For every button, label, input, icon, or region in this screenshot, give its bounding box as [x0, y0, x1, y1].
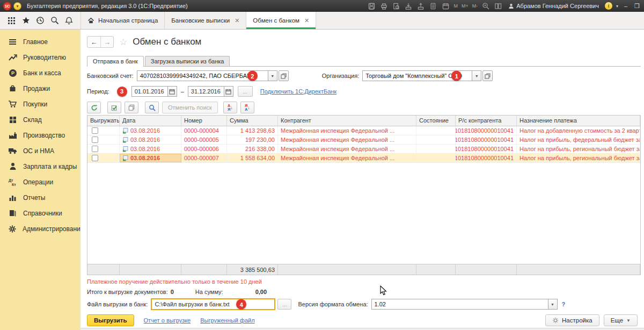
close-tab-icon[interactable]: ✕	[304, 17, 309, 24]
more-button[interactable]: Еще ▼	[604, 314, 638, 326]
print-icon[interactable]	[379, 2, 388, 10]
export-file-icon[interactable]	[416, 2, 425, 10]
memory-m-button[interactable]: M	[453, 3, 458, 9]
tab-load-statement[interactable]: Загрузка выписки из банка	[145, 56, 230, 66]
chevron-down-icon[interactable]: ▼	[268, 70, 277, 81]
uploaded-file-link[interactable]: Выгруженный файл	[200, 317, 254, 324]
calendar-icon[interactable]	[224, 86, 233, 97]
row-checkbox[interactable]	[92, 155, 98, 161]
sidebar-item-prodazhi[interactable]: Продажи	[0, 81, 80, 96]
period-to-field[interactable]: 31.12.2016	[188, 86, 233, 97]
minimize-button[interactable]: –	[622, 3, 630, 9]
col-rs-kontragenta[interactable]: Р/с контрагента	[456, 116, 517, 126]
tab-bank-statements[interactable]: Банковские выписки ✕	[165, 12, 246, 29]
main-menu-button[interactable]: ▾	[13, 2, 21, 10]
cancel-search-button[interactable]: Отменить поиск	[162, 102, 218, 113]
find-icon[interactable]	[145, 102, 159, 113]
notifications-bell-icon[interactable]	[64, 15, 75, 26]
upload-button[interactable]: Выгрузить	[87, 314, 134, 326]
info-icon[interactable]: i	[605, 2, 612, 10]
table-row[interactable]: 03.08.20160000-0000071 558 634,00Межрайо…	[87, 154, 640, 163]
current-user[interactable]: Абрамов Геннадий Сергеевич	[508, 3, 599, 9]
import-file-icon[interactable]	[404, 2, 413, 10]
organization-field[interactable]: Торговый дом "Комплексный" ООО ▼ 1	[362, 70, 493, 81]
uncheck-all-icon[interactable]	[125, 102, 138, 113]
period-from-field[interactable]: 01.01.2016	[131, 86, 177, 97]
chevron-down-icon[interactable]: ▾	[616, 4, 618, 9]
total-sum: 3 385 500,63	[227, 264, 278, 275]
favorites-star-icon[interactable]	[20, 15, 31, 26]
sidebar-item-os-nma[interactable]: ОС и НМА	[0, 143, 80, 159]
maximize-button[interactable]: ❒	[633, 3, 641, 10]
sort-asc-icon[interactable]: АЯ↓	[223, 102, 237, 113]
settings-button[interactable]: Настройка	[545, 314, 599, 326]
sidebar-item-zarplata-kadry[interactable]: Зарплата и кадры	[0, 159, 80, 174]
sidebar-item-operacii[interactable]: ДтКтОперации	[0, 174, 80, 190]
favorite-star-icon[interactable]: ☆	[119, 37, 127, 48]
col-sostoyanie[interactable]: Состояние	[416, 116, 456, 126]
sidebar-item-spravochniki[interactable]: Справочники	[0, 205, 80, 221]
col-nomer[interactable]: Номер	[181, 116, 227, 126]
directbank-link[interactable]: Подключить 1С:ДиректБанк	[260, 88, 336, 95]
back-button[interactable]: ←	[87, 37, 100, 47]
sidebar-item-pokupki[interactable]: Покупки	[0, 96, 80, 112]
save-icon[interactable]	[367, 2, 376, 10]
period-from-value[interactable]: 01.01.2016	[131, 86, 168, 97]
tab-home-page[interactable]: Начальная страница	[80, 12, 165, 29]
chevron-down-icon[interactable]: ▼	[548, 299, 558, 310]
memory-mplus-button[interactable]: M+	[462, 3, 469, 9]
check-all-icon[interactable]	[107, 102, 121, 113]
sidebar-item-sklad[interactable]: Склад	[0, 112, 80, 127]
row-checkbox[interactable]	[92, 137, 98, 143]
table-row[interactable]: 03.08.20160000-000005197 230,00Межрайонн…	[87, 135, 640, 145]
format-version-field[interactable]: 1.02 ▼	[371, 299, 558, 310]
memory-mminus-button[interactable]: M-	[472, 3, 478, 9]
col-data[interactable]: Дата	[120, 116, 181, 126]
open-link-icon[interactable]	[482, 70, 493, 81]
period-to-value[interactable]: 31.12.2016	[188, 86, 224, 97]
open-link-icon[interactable]	[279, 70, 289, 81]
period-more-button[interactable]: ...	[238, 86, 253, 97]
calendar-icon[interactable]	[168, 86, 177, 97]
chevron-down-icon[interactable]: ▼	[472, 70, 481, 81]
apps-grid-icon[interactable]	[6, 15, 17, 26]
calculator-icon[interactable]	[429, 2, 437, 10]
tab-send-to-bank[interactable]: Отправка в банк	[87, 56, 144, 67]
row-checkbox[interactable]	[92, 146, 98, 152]
app-logo-icon: 1С	[3, 2, 11, 10]
sidebar-item-rukovoditelyu[interactable]: Руководителю	[0, 49, 80, 65]
close-tab-icon[interactable]: ✕	[235, 17, 239, 24]
row-checkbox[interactable]	[92, 127, 98, 134]
zoom-icon[interactable]	[481, 2, 490, 10]
calendar-icon[interactable]	[441, 2, 450, 10]
upload-file-value[interactable]: C:\Файл выгрузки в банк.txt	[155, 301, 229, 307]
col-summa[interactable]: Сумма	[227, 116, 278, 126]
sidebar-item-proizvodstvo[interactable]: Производство	[0, 127, 80, 143]
refresh-icon[interactable]	[87, 102, 101, 113]
history-clock-icon[interactable]	[35, 15, 46, 26]
table-row[interactable]: 03.08.20160000-000006216 338,00Межрайонн…	[87, 145, 640, 154]
browse-file-button[interactable]: ...	[277, 299, 291, 310]
sidebar-item-otchety[interactable]: Отчеты	[0, 190, 80, 205]
sum-total-value: 0,00	[255, 289, 267, 295]
search-magnifier-icon[interactable]	[49, 15, 60, 26]
sidebar-item-administrirovanie[interactable]: Администрирование	[0, 221, 80, 236]
table-row[interactable]: 03.08.20160000-0000041 413 298,63Межрайо…	[87, 126, 640, 135]
upload-file-field[interactable]: C:\Файл выгрузки в банк.txt 4	[151, 298, 275, 310]
sidebar-item-bank-kassa[interactable]: РБанк и касса	[0, 65, 80, 81]
row-date: 03.08.2016	[120, 154, 181, 162]
sort-desc-icon[interactable]: ЯА↓	[240, 102, 254, 113]
col-naznachenie[interactable]: Назначение платежа	[517, 116, 640, 126]
preview-icon[interactable]	[392, 2, 400, 10]
forward-button[interactable]: →	[100, 37, 113, 47]
split-view-icon[interactable]	[494, 2, 502, 10]
gear-icon	[552, 317, 559, 324]
bank-account-field[interactable]: 40702810399994349242, ПАО СБЕРБАНК ▼ 2	[137, 70, 289, 81]
sidebar-item-glavnoe[interactable]: Главное	[0, 34, 80, 49]
col-vygruzhat[interactable]: Выгружать	[87, 116, 120, 126]
help-link[interactable]: ?	[562, 301, 566, 307]
format-version-value[interactable]: 1.02	[371, 299, 548, 310]
upload-report-link[interactable]: Отчет о выгрузке	[144, 317, 191, 324]
tab-bank-exchange[interactable]: Обмен с банком ✕	[246, 12, 316, 29]
col-kontragent[interactable]: Контрагент	[278, 116, 416, 126]
